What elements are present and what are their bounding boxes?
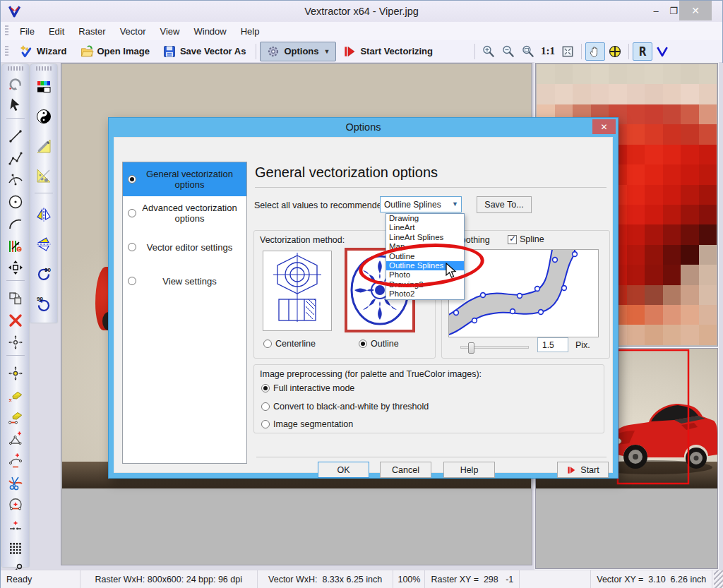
menubar-grip[interactable] xyxy=(5,25,8,37)
spline-checkbox-row[interactable]: Spline xyxy=(508,234,544,244)
tool-curve-nodes[interactable] xyxy=(2,169,29,191)
status-cell-2: Vector WxH: 8.33x 6.25 inch xyxy=(258,570,394,588)
tool-copy[interactable] xyxy=(2,287,29,309)
tool-clean-raster[interactable] xyxy=(30,131,57,161)
smoothing-value-field[interactable]: 1.5 xyxy=(537,337,568,352)
smoothing-slider[interactable] xyxy=(460,346,529,349)
center-view-button[interactable] xyxy=(605,42,625,61)
slider-thumb[interactable] xyxy=(468,342,474,354)
tool-move[interactable] xyxy=(2,256,29,278)
toolbox-grip[interactable] xyxy=(36,66,52,71)
tool-select-arrow[interactable] xyxy=(2,94,29,116)
tool-undo[interactable] xyxy=(2,72,29,94)
tool-polyline[interactable] xyxy=(2,147,29,169)
rotate-cw-90-icon: 90 xyxy=(35,265,52,282)
nav-radio-circle xyxy=(128,175,136,184)
wizard-button[interactable]: Wizard xyxy=(13,42,73,61)
tool-cut[interactable] xyxy=(2,472,29,493)
options-button[interactable]: Options▼ xyxy=(260,42,336,61)
preprocessing-radio-0[interactable]: Full interactive mode xyxy=(261,383,354,393)
dropdown-option-drawing[interactable]: Drawing xyxy=(386,214,464,223)
dropdown-option-photo2[interactable]: Photo2 xyxy=(386,289,464,299)
start-button[interactable]: Start xyxy=(557,462,609,478)
tool-flip-vertical[interactable] xyxy=(30,200,57,229)
dropdown-arrow-icon[interactable]: ▼ xyxy=(324,48,330,55)
tool-close-contour[interactable] xyxy=(2,493,29,515)
pixel-cell xyxy=(609,84,627,104)
spline-checkbox[interactable] xyxy=(508,235,517,244)
tool-trace[interactable]: e xyxy=(2,234,29,256)
ok-button[interactable]: OK xyxy=(318,462,369,478)
pan-button[interactable] xyxy=(585,42,605,61)
preprocessing-radio-2[interactable]: Image segmentation xyxy=(261,419,353,429)
tool-arc-tool[interactable] xyxy=(2,212,29,234)
centerline-radio[interactable]: Centerline xyxy=(263,339,316,349)
close-button[interactable]: ✕ xyxy=(679,1,712,20)
menu-vector[interactable]: Vector xyxy=(113,23,153,40)
tool-add-vertex[interactable] xyxy=(2,428,29,450)
zoom-in-button[interactable] xyxy=(479,42,498,61)
tool-rotate-ccw-90[interactable]: 90 xyxy=(30,289,57,318)
help-button[interactable]: Help xyxy=(443,462,495,478)
erase-node-icon xyxy=(7,387,24,404)
resize-grip[interactable] xyxy=(714,570,723,588)
pixel-cell xyxy=(645,305,663,325)
centerline-preview[interactable] xyxy=(263,251,332,331)
toolbox-grip[interactable] xyxy=(8,66,23,71)
pixel-cell xyxy=(645,325,663,344)
window-title: Vextractor x64 - Viper.jpg xyxy=(1,6,722,17)
tool-add-point[interactable] xyxy=(2,515,29,537)
toggle-raster-button[interactable]: R xyxy=(633,42,652,61)
tool-palette[interactable] xyxy=(30,72,57,102)
add-arc-icon xyxy=(7,452,24,469)
zoom-region-button[interactable] xyxy=(518,42,538,61)
menu-help[interactable]: Help xyxy=(234,23,267,40)
options-nav-item-2[interactable]: Vector editor settings xyxy=(123,230,246,264)
outline-radio[interactable]: Outline xyxy=(359,339,399,349)
tool-move-node[interactable] xyxy=(2,331,29,353)
dropdown-option-lineart-splines[interactable]: LineArt Splines xyxy=(386,233,464,242)
menu-file[interactable]: File xyxy=(13,23,42,40)
tool-move-center[interactable] xyxy=(2,362,29,384)
tool-erase-segment[interactable] xyxy=(2,406,29,428)
nav-radio-circle xyxy=(128,243,136,251)
save-to-button[interactable]: Save To... xyxy=(477,196,532,213)
tool-invert[interactable] xyxy=(30,102,57,131)
tool-add-arc[interactable] xyxy=(2,450,29,472)
dialog-close-button[interactable]: ✕ xyxy=(592,119,616,134)
open-image-button[interactable]: Open Image xyxy=(73,42,156,61)
start-vectorizing-button[interactable]: Start Vectorizing xyxy=(336,42,439,61)
status-cell-6: Vector XY = 3.10 6.26 inch xyxy=(591,570,712,588)
tool-line[interactable] xyxy=(2,125,29,147)
menu-edit[interactable]: Edit xyxy=(42,23,71,40)
tool-flip-horizontal[interactable] xyxy=(30,229,57,259)
rotate-ccw-90-icon: 90 xyxy=(35,295,52,312)
tool-rotate-cw-90[interactable]: 90 xyxy=(30,259,57,289)
tool-grid[interactable] xyxy=(2,537,29,559)
tool-delete[interactable] xyxy=(2,309,29,331)
centerline-radio-label: Centerline xyxy=(275,339,316,349)
menu-view[interactable]: View xyxy=(153,23,187,40)
tool-circle-tool[interactable] xyxy=(2,191,29,212)
options-nav-item-0[interactable]: General vectorization options xyxy=(123,162,246,196)
tool-erase-node[interactable] xyxy=(2,384,29,406)
cancel-button[interactable]: Cancel xyxy=(380,462,431,478)
tool-despeckle[interactable] xyxy=(30,161,57,191)
zoom-out-button[interactable] xyxy=(498,42,518,61)
toolbar-grip[interactable] xyxy=(5,46,8,57)
minimize-button[interactable]: – xyxy=(647,1,664,20)
preprocessing-radio-1[interactable]: Convert to black-and-white by threshold xyxy=(261,402,429,412)
clean-raster-icon xyxy=(35,138,52,155)
toggle-vector-button[interactable] xyxy=(652,42,672,61)
actual-size-button[interactable]: 1:1 xyxy=(538,42,558,61)
pixel-cell xyxy=(699,245,717,265)
options-nav-item-1[interactable]: Advanced vectorization options xyxy=(123,196,246,230)
erase-segment-icon xyxy=(7,409,24,426)
fit-window-button[interactable] xyxy=(558,42,578,61)
dropdown-option-lineart[interactable]: LineArt xyxy=(386,223,464,232)
options-nav-item-3[interactable]: View settings xyxy=(123,264,246,298)
recommended-combobox[interactable]: Outline Splines ▼ xyxy=(380,196,462,212)
menu-raster[interactable]: Raster xyxy=(71,23,112,40)
save-vector-as-button[interactable]: Save Vector As xyxy=(156,42,252,61)
menu-window[interactable]: Window xyxy=(186,23,233,40)
